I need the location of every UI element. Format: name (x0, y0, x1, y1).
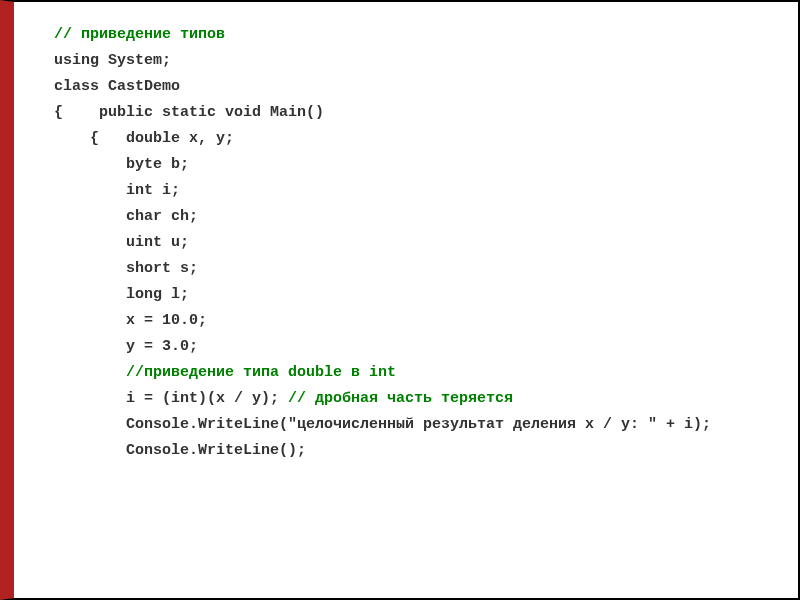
code-line-mixed: i = (int)(x / y); // дробная часть теряе… (54, 386, 778, 412)
code-segment: i = (int)(x / y); (54, 390, 288, 407)
code-line-comment: // приведение типов (54, 22, 778, 48)
code-line: { public static void Main() (54, 100, 778, 126)
code-line: x = 10.0; (54, 308, 778, 334)
code-line: byte b; (54, 152, 778, 178)
code-line: class CastDemo (54, 74, 778, 100)
code-line: using System; (54, 48, 778, 74)
code-slide: // приведение типов using System; class … (0, 0, 800, 600)
code-line: char ch; (54, 204, 778, 230)
code-line: int i; (54, 178, 778, 204)
comment-segment: // дробная часть теряется (288, 390, 513, 407)
code-line: { double x, y; (54, 126, 778, 152)
code-line: Console.WriteLine("целочисленный результ… (54, 412, 778, 438)
code-line-comment: //приведение типа double в int (54, 360, 778, 386)
code-line: short s; (54, 256, 778, 282)
code-line: Console.WriteLine(); (54, 438, 778, 464)
code-line: long l; (54, 282, 778, 308)
code-line: y = 3.0; (54, 334, 778, 360)
code-line: uint u; (54, 230, 778, 256)
